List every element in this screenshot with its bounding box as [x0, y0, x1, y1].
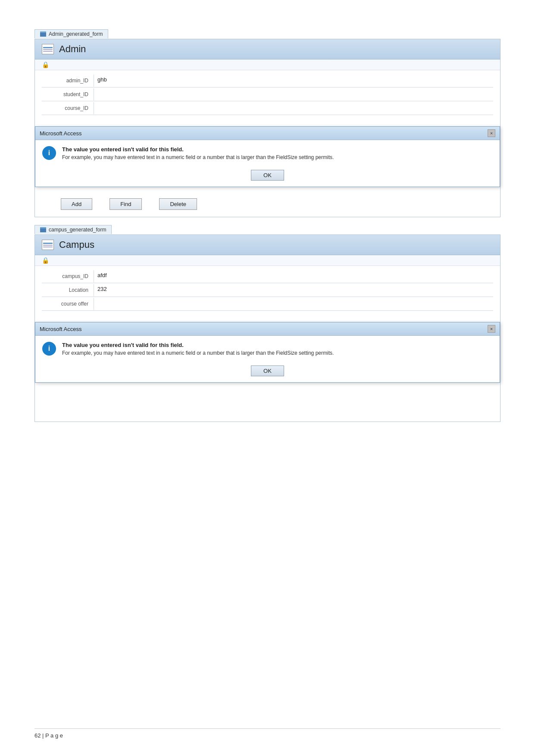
location-value[interactable]: 232 [94, 284, 493, 296]
campus-id-label: campus_ID [42, 273, 94, 279]
admin-form-title: Admin [59, 44, 86, 55]
admin-form-tab[interactable]: Admin_generated_form [34, 29, 108, 38]
admin-dialog-titlebar: Microsoft Access × [35, 127, 500, 140]
campus-form-empty-space [35, 387, 500, 422]
admin-lock-icon: 🔒 [42, 61, 49, 68]
campus-dialog-ok-button[interactable]: OK [251, 366, 284, 376]
campus-form-body: campus_ID afdf Location 232 course offer [35, 266, 500, 318]
campus-dialog-main-text: The value you entered isn't valid for th… [62, 342, 493, 348]
campus-form-tab[interactable]: campus_generated_form [34, 225, 112, 234]
course-offer-label: course offer [42, 301, 94, 307]
admin-id-row: admin_ID ghb [42, 74, 493, 87]
admin-lock-row: 🔒 [35, 59, 500, 70]
student-id-label: student_ID [42, 91, 94, 97]
campus-dialog-close-button[interactable]: × [488, 325, 495, 333]
tab-icon [40, 31, 46, 37]
campus-dialog-body: i The value you entered isn't valid for … [35, 336, 500, 362]
course-id-value[interactable] [94, 102, 493, 114]
admin-id-label: admin_ID [42, 78, 94, 84]
admin-dialog-title: Microsoft Access [40, 130, 82, 137]
admin-dialog-footer: OK [35, 166, 500, 187]
campus-header-icon [42, 240, 54, 250]
admin-header-icon [42, 44, 54, 54]
campus-dialog-titlebar: Microsoft Access × [35, 322, 500, 336]
campus-lock-row: 🔒 [35, 255, 500, 266]
course-offer-row: course offer [42, 297, 493, 311]
campus-dialog: Microsoft Access × i The value you enter… [35, 322, 500, 383]
campus-form-header: Campus [35, 235, 500, 255]
course-id-label: course_ID [42, 105, 94, 111]
admin-dialog-ok-button[interactable]: OK [251, 170, 284, 181]
campus-form-title: Campus [59, 239, 94, 250]
campus-lock-icon: 🔒 [42, 257, 49, 264]
course-offer-value[interactable] [94, 298, 493, 310]
student-id-row: student_ID [42, 87, 493, 101]
admin-form-body: admin_ID ghb student_ID course_ID [35, 70, 500, 122]
campus-id-row: campus_ID afdf [42, 269, 493, 283]
page-number: 62 | P a g e [34, 732, 63, 739]
course-id-row: course_ID [42, 101, 493, 115]
admin-form-header: Admin [35, 39, 500, 59]
admin-delete-button[interactable]: Delete [159, 198, 197, 210]
page-footer: 62 | P a g e [34, 728, 501, 739]
campus-form-panel: Campus 🔒 campus_ID afdf Location 232 cou… [34, 234, 501, 422]
student-id-value[interactable] [94, 88, 493, 100]
admin-dialog: Microsoft Access × i The value you enter… [35, 126, 500, 187]
location-row: Location 232 [42, 283, 493, 297]
campus-tab-icon [40, 227, 46, 232]
admin-dialog-info-icon: i [42, 146, 56, 160]
campus-dialog-info-icon: i [42, 342, 56, 356]
campus-dialog-title: Microsoft Access [40, 326, 82, 332]
admin-form-buttons: Add Find Delete [35, 191, 500, 217]
campus-dialog-message: The value you entered isn't valid for th… [62, 342, 493, 356]
location-label: Location [42, 287, 94, 293]
admin-tab-label: Admin_generated_form [49, 31, 103, 37]
admin-form-panel: Admin 🔒 admin_ID ghb student_ID course_I… [34, 39, 501, 217]
admin-dialog-body: i The value you entered isn't valid for … [35, 140, 500, 166]
admin-dialog-detail-text: For example, you may have entered text i… [62, 154, 493, 160]
campus-tab-label: campus_generated_form [49, 227, 106, 233]
admin-add-button[interactable]: Add [61, 198, 92, 210]
campus-id-value[interactable]: afdf [94, 270, 493, 282]
admin-dialog-main-text: The value you entered isn't valid for th… [62, 146, 493, 153]
admin-dialog-message: The value you entered isn't valid for th… [62, 146, 493, 160]
admin-find-button[interactable]: Find [110, 198, 142, 210]
admin-id-value[interactable]: ghb [94, 75, 493, 87]
campus-dialog-detail-text: For example, you may have entered text i… [62, 350, 493, 356]
campus-dialog-footer: OK [35, 362, 500, 382]
admin-dialog-close-button[interactable]: × [488, 129, 495, 137]
